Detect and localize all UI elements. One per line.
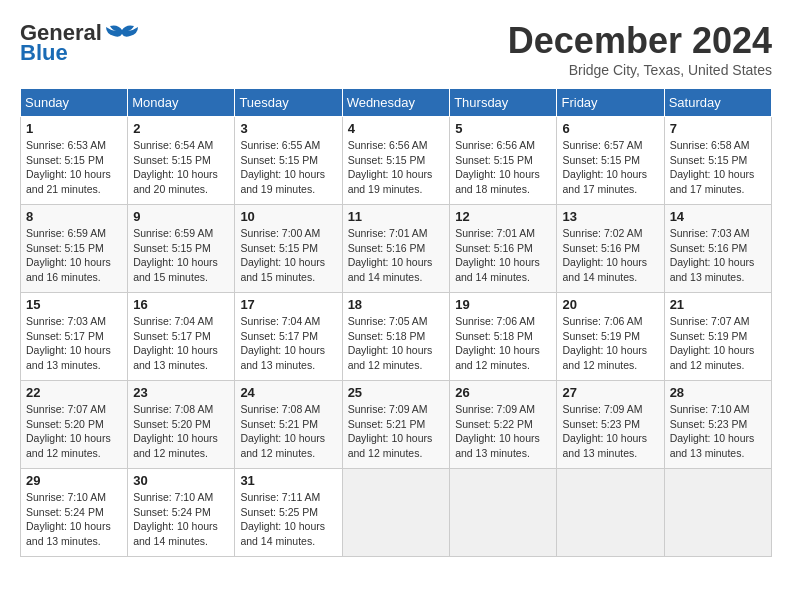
day-info: Sunrise: 7:09 AMSunset: 5:21 PMDaylight:…	[348, 403, 433, 459]
calendar-day-header: Wednesday	[342, 89, 450, 117]
calendar-day-header: Monday	[128, 89, 235, 117]
day-info: Sunrise: 7:01 AMSunset: 5:16 PMDaylight:…	[455, 227, 540, 283]
calendar-table: SundayMondayTuesdayWednesdayThursdayFrid…	[20, 88, 772, 557]
calendar-day-cell: 26 Sunrise: 7:09 AMSunset: 5:22 PMDaylig…	[450, 381, 557, 469]
day-info: Sunrise: 6:53 AMSunset: 5:15 PMDaylight:…	[26, 139, 111, 195]
day-number: 10	[240, 209, 336, 224]
day-info: Sunrise: 6:58 AMSunset: 5:15 PMDaylight:…	[670, 139, 755, 195]
day-info: Sunrise: 7:10 AMSunset: 5:23 PMDaylight:…	[670, 403, 755, 459]
title-block: December 2024 Bridge City, Texas, United…	[508, 20, 772, 78]
calendar-day-cell: 12 Sunrise: 7:01 AMSunset: 5:16 PMDaylig…	[450, 205, 557, 293]
calendar-day-header: Sunday	[21, 89, 128, 117]
day-number: 3	[240, 121, 336, 136]
calendar-day-cell: 15 Sunrise: 7:03 AMSunset: 5:17 PMDaylig…	[21, 293, 128, 381]
month-title: December 2024	[508, 20, 772, 62]
day-info: Sunrise: 7:04 AMSunset: 5:17 PMDaylight:…	[240, 315, 325, 371]
day-number: 2	[133, 121, 229, 136]
calendar-day-cell: 9 Sunrise: 6:59 AMSunset: 5:15 PMDayligh…	[128, 205, 235, 293]
day-number: 4	[348, 121, 445, 136]
calendar-day-cell: 24 Sunrise: 7:08 AMSunset: 5:21 PMDaylig…	[235, 381, 342, 469]
day-info: Sunrise: 7:08 AMSunset: 5:21 PMDaylight:…	[240, 403, 325, 459]
day-info: Sunrise: 7:10 AMSunset: 5:24 PMDaylight:…	[26, 491, 111, 547]
calendar-day-cell: 10 Sunrise: 7:00 AMSunset: 5:15 PMDaylig…	[235, 205, 342, 293]
logo-bird-icon	[104, 22, 140, 44]
day-info: Sunrise: 7:04 AMSunset: 5:17 PMDaylight:…	[133, 315, 218, 371]
calendar-empty-cell	[664, 469, 771, 557]
day-number: 27	[562, 385, 658, 400]
calendar-day-cell: 19 Sunrise: 7:06 AMSunset: 5:18 PMDaylig…	[450, 293, 557, 381]
day-number: 9	[133, 209, 229, 224]
day-info: Sunrise: 6:55 AMSunset: 5:15 PMDaylight:…	[240, 139, 325, 195]
day-number: 5	[455, 121, 551, 136]
day-number: 30	[133, 473, 229, 488]
day-info: Sunrise: 7:07 AMSunset: 5:20 PMDaylight:…	[26, 403, 111, 459]
calendar-week-row: 22 Sunrise: 7:07 AMSunset: 5:20 PMDaylig…	[21, 381, 772, 469]
calendar-empty-cell	[557, 469, 664, 557]
day-info: Sunrise: 7:02 AMSunset: 5:16 PMDaylight:…	[562, 227, 647, 283]
calendar-day-cell: 18 Sunrise: 7:05 AMSunset: 5:18 PMDaylig…	[342, 293, 450, 381]
calendar-day-cell: 6 Sunrise: 6:57 AMSunset: 5:15 PMDayligh…	[557, 117, 664, 205]
calendar-day-cell: 7 Sunrise: 6:58 AMSunset: 5:15 PMDayligh…	[664, 117, 771, 205]
calendar-day-cell: 21 Sunrise: 7:07 AMSunset: 5:19 PMDaylig…	[664, 293, 771, 381]
day-info: Sunrise: 7:09 AMSunset: 5:22 PMDaylight:…	[455, 403, 540, 459]
day-number: 21	[670, 297, 766, 312]
day-number: 20	[562, 297, 658, 312]
day-info: Sunrise: 7:00 AMSunset: 5:15 PMDaylight:…	[240, 227, 325, 283]
calendar-week-row: 1 Sunrise: 6:53 AMSunset: 5:15 PMDayligh…	[21, 117, 772, 205]
day-number: 6	[562, 121, 658, 136]
calendar-week-row: 29 Sunrise: 7:10 AMSunset: 5:24 PMDaylig…	[21, 469, 772, 557]
day-info: Sunrise: 7:09 AMSunset: 5:23 PMDaylight:…	[562, 403, 647, 459]
day-number: 19	[455, 297, 551, 312]
day-info: Sunrise: 7:10 AMSunset: 5:24 PMDaylight:…	[133, 491, 218, 547]
calendar-day-cell: 13 Sunrise: 7:02 AMSunset: 5:16 PMDaylig…	[557, 205, 664, 293]
day-number: 22	[26, 385, 122, 400]
calendar-day-cell: 14 Sunrise: 7:03 AMSunset: 5:16 PMDaylig…	[664, 205, 771, 293]
day-number: 28	[670, 385, 766, 400]
day-number: 17	[240, 297, 336, 312]
calendar-day-header: Friday	[557, 89, 664, 117]
calendar-day-cell: 25 Sunrise: 7:09 AMSunset: 5:21 PMDaylig…	[342, 381, 450, 469]
calendar-week-row: 15 Sunrise: 7:03 AMSunset: 5:17 PMDaylig…	[21, 293, 772, 381]
day-info: Sunrise: 6:57 AMSunset: 5:15 PMDaylight:…	[562, 139, 647, 195]
day-info: Sunrise: 7:06 AMSunset: 5:19 PMDaylight:…	[562, 315, 647, 371]
logo-blue-text: Blue	[20, 40, 68, 66]
day-info: Sunrise: 7:07 AMSunset: 5:19 PMDaylight:…	[670, 315, 755, 371]
day-number: 16	[133, 297, 229, 312]
calendar-day-cell: 23 Sunrise: 7:08 AMSunset: 5:20 PMDaylig…	[128, 381, 235, 469]
calendar-day-header: Tuesday	[235, 89, 342, 117]
calendar-day-cell: 22 Sunrise: 7:07 AMSunset: 5:20 PMDaylig…	[21, 381, 128, 469]
calendar-week-row: 8 Sunrise: 6:59 AMSunset: 5:15 PMDayligh…	[21, 205, 772, 293]
day-number: 26	[455, 385, 551, 400]
day-info: Sunrise: 7:06 AMSunset: 5:18 PMDaylight:…	[455, 315, 540, 371]
day-info: Sunrise: 7:01 AMSunset: 5:16 PMDaylight:…	[348, 227, 433, 283]
calendar-day-cell: 8 Sunrise: 6:59 AMSunset: 5:15 PMDayligh…	[21, 205, 128, 293]
day-info: Sunrise: 6:59 AMSunset: 5:15 PMDaylight:…	[133, 227, 218, 283]
day-number: 18	[348, 297, 445, 312]
day-number: 25	[348, 385, 445, 400]
day-info: Sunrise: 7:03 AMSunset: 5:16 PMDaylight:…	[670, 227, 755, 283]
day-info: Sunrise: 7:05 AMSunset: 5:18 PMDaylight:…	[348, 315, 433, 371]
logo: General Blue	[20, 20, 140, 66]
day-number: 11	[348, 209, 445, 224]
calendar-day-cell: 31 Sunrise: 7:11 AMSunset: 5:25 PMDaylig…	[235, 469, 342, 557]
day-info: Sunrise: 7:11 AMSunset: 5:25 PMDaylight:…	[240, 491, 325, 547]
day-number: 12	[455, 209, 551, 224]
day-number: 14	[670, 209, 766, 224]
day-number: 13	[562, 209, 658, 224]
day-info: Sunrise: 7:03 AMSunset: 5:17 PMDaylight:…	[26, 315, 111, 371]
day-info: Sunrise: 6:59 AMSunset: 5:15 PMDaylight:…	[26, 227, 111, 283]
calendar-day-cell: 17 Sunrise: 7:04 AMSunset: 5:17 PMDaylig…	[235, 293, 342, 381]
calendar-empty-cell	[450, 469, 557, 557]
day-number: 8	[26, 209, 122, 224]
day-number: 31	[240, 473, 336, 488]
day-info: Sunrise: 6:56 AMSunset: 5:15 PMDaylight:…	[455, 139, 540, 195]
calendar-empty-cell	[342, 469, 450, 557]
calendar-day-header: Thursday	[450, 89, 557, 117]
day-info: Sunrise: 6:54 AMSunset: 5:15 PMDaylight:…	[133, 139, 218, 195]
calendar-day-cell: 16 Sunrise: 7:04 AMSunset: 5:17 PMDaylig…	[128, 293, 235, 381]
day-info: Sunrise: 6:56 AMSunset: 5:15 PMDaylight:…	[348, 139, 433, 195]
day-info: Sunrise: 7:08 AMSunset: 5:20 PMDaylight:…	[133, 403, 218, 459]
calendar-day-header: Saturday	[664, 89, 771, 117]
calendar-day-cell: 1 Sunrise: 6:53 AMSunset: 5:15 PMDayligh…	[21, 117, 128, 205]
calendar-day-cell: 27 Sunrise: 7:09 AMSunset: 5:23 PMDaylig…	[557, 381, 664, 469]
